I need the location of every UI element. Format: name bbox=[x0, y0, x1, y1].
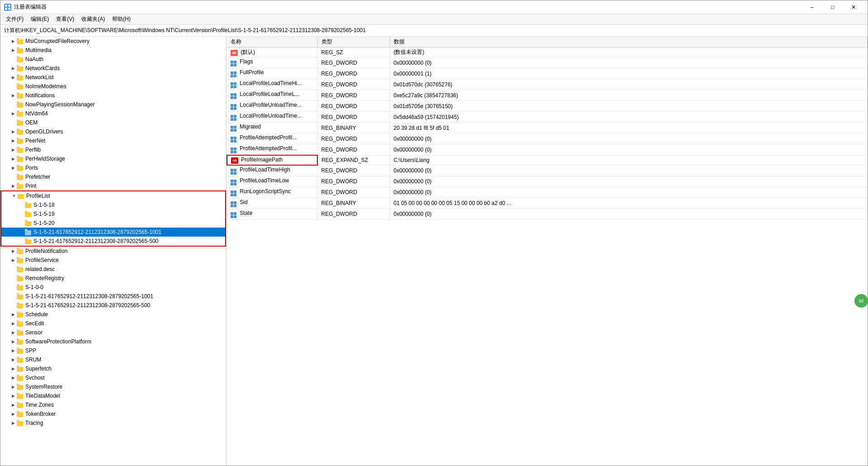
table-row[interactable]: FlagsREG_DWORD0x00000000 (0) bbox=[227, 57, 868, 68]
expand-icon[interactable]: ▶ bbox=[9, 137, 17, 144]
expand-icon[interactable]: ▶ bbox=[9, 365, 17, 372]
table-row[interactable]: LocalProfileLoadTimeL...REG_DWORD0xe5c27… bbox=[227, 90, 868, 101]
tree-item-NtVdm64[interactable]: ▶ NtVdm64 bbox=[0, 109, 226, 118]
expand-icon[interactable]: ▶ bbox=[9, 356, 17, 363]
table-row[interactable]: ab ProfileImagePathREG_EXPAND_SZC:\Users… bbox=[227, 155, 868, 165]
table-row[interactable]: ProfileAttemptedProfil...REG_DWORD0x0000… bbox=[227, 144, 868, 156]
tree-item-S-1-5-21-500-flat[interactable]: ▶ S-1-5-21-617652912-2112312308-28792025… bbox=[0, 301, 226, 310]
menu-help[interactable]: 帮助(H) bbox=[108, 14, 134, 24]
tree-item-NetworkList[interactable]: ▶ NetworkList bbox=[0, 73, 226, 82]
tree-item-Sensor[interactable]: ▶ Sensor bbox=[0, 328, 226, 337]
tree-item-Ports[interactable]: ▶ Ports bbox=[0, 163, 226, 172]
tree-item-SRUM[interactable]: ▶ SRUM bbox=[0, 355, 226, 364]
tree-item-NaAuth[interactable]: ▶ NaAuth bbox=[0, 55, 226, 64]
collapse-icon[interactable]: ▼ bbox=[10, 192, 18, 200]
tree-item-NoImeModelmes[interactable]: ▶ NoImeModelmes bbox=[0, 82, 226, 91]
table-row[interactable]: ProfileLoadTimeLowREG_DWORD0x00000000 (0… bbox=[227, 176, 868, 187]
tree-item-S-1-0-0[interactable]: ▶ S-1-0-0 bbox=[0, 283, 226, 292]
tree-item-Prefetcher[interactable]: ▶ Prefetcher bbox=[0, 172, 226, 181]
tree-panel[interactable]: ▶ MsiCorruptedFileRecovery ▶ Multimedia … bbox=[0, 37, 226, 466]
expand-icon[interactable]: ▶ bbox=[9, 374, 17, 381]
tree-item-NowPlayingSessionManager[interactable]: ▶ NowPlayingSessionManager bbox=[0, 100, 226, 109]
tree-item-RemoteRegistry[interactable]: ▶ RemoteRegistry bbox=[0, 274, 226, 283]
maximize-button[interactable]: □ bbox=[822, 0, 843, 14]
tree-item-TimeZones[interactable]: ▶ Time Zones bbox=[0, 400, 226, 409]
table-row[interactable]: FullProfileREG_DWORD0x00000001 (1) bbox=[227, 68, 868, 79]
expand-icon[interactable]: ▶ bbox=[9, 347, 17, 354]
table-row[interactable]: SidREG_BINARY01 05 00 00 00 00 00 05 15 … bbox=[227, 198, 868, 209]
table-row[interactable]: LocalProfileUnloadTime...REG_DWORD0x01d5… bbox=[227, 101, 868, 112]
expand-icon[interactable]: ▶ bbox=[9, 92, 17, 99]
expand-icon[interactable]: ▶ bbox=[9, 128, 17, 135]
table-row[interactable]: RunLogonScriptSyncREG_DWORD0x00000000 (0… bbox=[227, 187, 868, 198]
expand-icon[interactable]: ▶ bbox=[9, 392, 17, 399]
tree-scroll[interactable]: ▶ MsiCorruptedFileRecovery ▶ Multimedia … bbox=[0, 37, 226, 466]
tree-item-TileDataModel[interactable]: ▶ TileDataModel bbox=[0, 391, 226, 400]
menu-view[interactable]: 查看(V) bbox=[52, 14, 78, 24]
expand-icon[interactable]: ▶ bbox=[9, 410, 17, 418]
tree-item-S-1-5-21-1001-flat[interactable]: ▶ S-1-5-21-617652912-2112312308-28792025… bbox=[0, 292, 226, 301]
menu-file[interactable]: 文件(F) bbox=[2, 14, 27, 24]
tree-item-S-1-5-20[interactable]: ▶ S-1-5-20 bbox=[1, 219, 225, 228]
minimize-button[interactable]: – bbox=[802, 0, 822, 14]
expand-icon[interactable]: ▶ bbox=[9, 38, 17, 45]
expand-icon[interactable]: ▶ bbox=[9, 74, 17, 81]
expand-icon[interactable]: ▶ bbox=[9, 383, 17, 390]
svg-rect-0 bbox=[5, 5, 7, 7]
tree-item-OpenGLDrivers[interactable]: ▶ OpenGLDrivers bbox=[0, 127, 226, 136]
menu-favorites[interactable]: 收藏夹(A) bbox=[78, 14, 108, 24]
expand-icon[interactable]: ▶ bbox=[9, 164, 17, 171]
reg-data-cell: 0x00000000 (0) bbox=[390, 176, 868, 187]
expand-icon[interactable]: ▶ bbox=[9, 146, 17, 153]
tree-item-Perflib[interactable]: ▶ Perflib bbox=[0, 145, 226, 154]
tree-item-Tracing[interactable]: ▶ Tracing bbox=[0, 418, 226, 428]
expand-icon[interactable]: ▶ bbox=[9, 401, 17, 409]
tree-item-ProfileService[interactable]: ▶ ProfileService bbox=[0, 256, 226, 265]
tree-item-OEM[interactable]: ▶ OEM bbox=[0, 118, 226, 127]
close-button[interactable]: ✕ bbox=[843, 0, 864, 14]
table-row[interactable]: ProfileAttemptedProfil...REG_DWORD0x0000… bbox=[227, 133, 868, 144]
tree-item-S-1-5-18[interactable]: ▶ S-1-5-18 bbox=[1, 200, 225, 209]
expand-icon[interactable]: ▶ bbox=[9, 320, 17, 327]
table-row[interactable]: ab (默认)REG_SZ(数值未设置) bbox=[227, 48, 868, 57]
tree-item-S-1-5-21-500[interactable]: ▶ S-1-5-21-617652912-2112312308-28792025… bbox=[1, 237, 225, 246]
expand-icon[interactable]: ▶ bbox=[9, 182, 17, 190]
tree-item-ProfileNotification[interactable]: ▶ ProfileNotification bbox=[0, 247, 226, 256]
tree-item-NetworkCards[interactable]: ▶ NetworkCards bbox=[0, 64, 226, 73]
tree-item-Superfetch[interactable]: ▶ Superfetch bbox=[0, 364, 226, 373]
tree-item-PeerNet[interactable]: ▶ PeerNet bbox=[0, 136, 226, 145]
tree-item-SystemRestore[interactable]: ▶ SystemRestore bbox=[0, 382, 226, 391]
tree-item-SoftwareProtectionPlatform[interactable]: ▶ SoftwareProtectionPlatform bbox=[0, 337, 226, 346]
expand-icon[interactable]: ▶ bbox=[9, 110, 17, 117]
registry-table-scroll[interactable]: 名称 类型 数据 ab (默认)REG_SZ(数值未设置) FlagsREG_D… bbox=[226, 37, 868, 466]
tree-item-PerHwIdStorage[interactable]: ▶ PerHwIdStorage bbox=[0, 154, 226, 163]
tree-item-ProfileList[interactable]: ▼ ProfileList bbox=[1, 191, 225, 200]
tree-item-Notifications[interactable]: ▶ Notifications bbox=[0, 91, 226, 100]
expand-icon[interactable]: ▶ bbox=[9, 247, 17, 255]
table-row[interactable]: ProfileLoadTimeHighREG_DWORD0x00000000 (… bbox=[227, 165, 868, 176]
table-row[interactable]: StateREG_DWORD0x00000000 (0) bbox=[227, 209, 868, 219]
expand-icon[interactable]: ▶ bbox=[9, 47, 17, 54]
expand-icon[interactable]: ▶ bbox=[9, 338, 17, 345]
tree-item-SecEdit[interactable]: ▶ SecEdit bbox=[0, 319, 226, 328]
tree-item-Schedule[interactable]: ▶ Schedule bbox=[0, 310, 226, 319]
expand-icon[interactable]: ▶ bbox=[9, 329, 17, 336]
tree-item-Svchost[interactable]: ▶ Svchost bbox=[0, 373, 226, 382]
menu-edit[interactable]: 编辑(E) bbox=[27, 14, 52, 24]
expand-icon[interactable]: ▶ bbox=[9, 419, 17, 427]
tree-item-S-1-5-19[interactable]: ▶ S-1-5-19 bbox=[1, 209, 225, 219]
expand-icon[interactable]: ▶ bbox=[9, 65, 17, 72]
tree-item-SPP[interactable]: ▶ SPP bbox=[0, 346, 226, 355]
expand-icon[interactable]: ▶ bbox=[9, 257, 17, 264]
table-row[interactable]: LocalProfileLoadTimeHi...REG_DWORD0x01d5… bbox=[227, 79, 868, 90]
tree-item-Multimedia[interactable]: ▶ Multimedia bbox=[0, 46, 226, 55]
tree-item-MsiCorruptedFileRecovery[interactable]: ▶ MsiCorruptedFileRecovery bbox=[0, 37, 226, 46]
tree-item-related-desc[interactable]: ▶ related.desc bbox=[0, 265, 226, 274]
table-row[interactable]: MigratedREG_BINARY20 39 28 d1 f8 5f d5 0… bbox=[227, 123, 868, 133]
tree-item-TokenBroker[interactable]: ▶ TokenBroker bbox=[0, 409, 226, 418]
expand-icon[interactable]: ▶ bbox=[9, 311, 17, 318]
table-row[interactable]: LocalProfileUnloadTime...REG_DWORD0x5dd4… bbox=[227, 112, 868, 123]
expand-icon[interactable]: ▶ bbox=[9, 155, 17, 162]
tree-item-S-1-5-21-1001-selected[interactable]: ▶ S-1-5-21-617652912-2112312308-28792025… bbox=[1, 228, 225, 237]
tree-item-Print[interactable]: ▶ Print bbox=[0, 181, 226, 190]
